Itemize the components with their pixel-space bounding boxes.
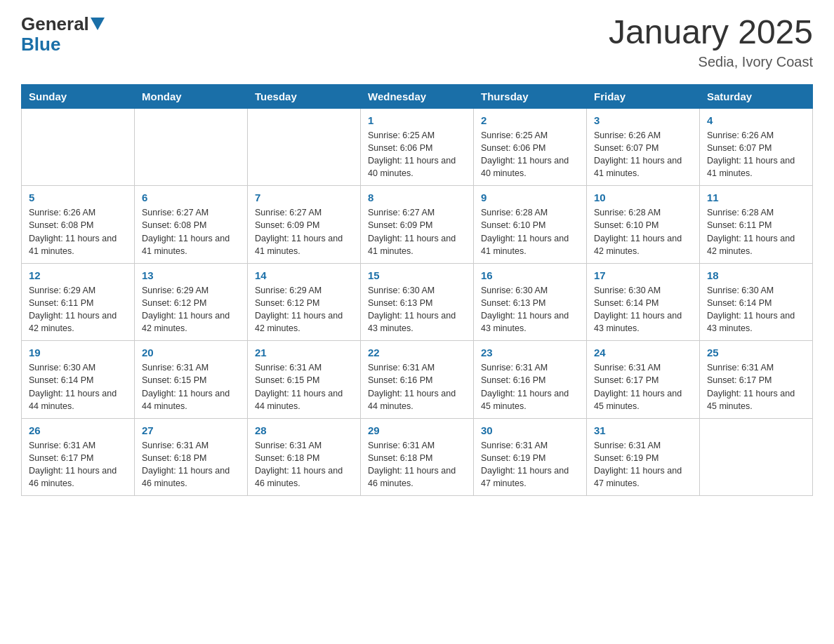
day-number: 10	[594, 192, 692, 203]
calendar-cell: 8Sunrise: 6:27 AMSunset: 6:09 PMDaylight…	[361, 186, 474, 264]
day-number: 12	[29, 269, 127, 281]
calendar-cell: 29Sunrise: 6:31 AMSunset: 6:18 PMDayligh…	[361, 418, 474, 496]
calendar-week-row: 5Sunrise: 6:26 AMSunset: 6:08 PMDaylight…	[22, 186, 813, 264]
day-info: Sunrise: 6:26 AMSunset: 6:08 PMDaylight:…	[29, 206, 127, 257]
day-info: Sunrise: 6:31 AMSunset: 6:18 PMDaylight:…	[255, 439, 353, 490]
logo: General Blue	[21, 14, 105, 54]
day-number: 6	[142, 192, 240, 203]
day-number: 23	[481, 347, 579, 358]
logo-general-text: General	[21, 14, 89, 34]
day-number: 15	[368, 269, 466, 281]
calendar-cell: 13Sunrise: 6:29 AMSunset: 6:12 PMDayligh…	[135, 263, 248, 341]
calendar-day-header: Saturday	[700, 84, 813, 108]
day-number: 27	[142, 424, 240, 436]
day-number: 13	[142, 269, 240, 281]
day-info: Sunrise: 6:25 AMSunset: 6:06 PMDaylight:…	[368, 129, 466, 180]
calendar-cell: 11Sunrise: 6:28 AMSunset: 6:11 PMDayligh…	[700, 186, 813, 264]
calendar-cell: 23Sunrise: 6:31 AMSunset: 6:16 PMDayligh…	[474, 341, 587, 419]
day-info: Sunrise: 6:26 AMSunset: 6:07 PMDaylight:…	[594, 129, 692, 180]
day-number: 19	[29, 347, 127, 358]
day-info: Sunrise: 6:31 AMSunset: 6:17 PMDaylight:…	[594, 361, 692, 412]
day-number: 5	[29, 192, 127, 203]
day-number: 26	[29, 424, 127, 436]
calendar-cell: 19Sunrise: 6:30 AMSunset: 6:14 PMDayligh…	[22, 341, 135, 419]
day-number: 21	[255, 347, 353, 358]
day-number: 7	[255, 192, 353, 203]
calendar-cell: 6Sunrise: 6:27 AMSunset: 6:08 PMDaylight…	[135, 186, 248, 264]
day-info: Sunrise: 6:31 AMSunset: 6:16 PMDaylight:…	[368, 361, 466, 412]
calendar-header: SundayMondayTuesdayWednesdayThursdayFrid…	[22, 84, 813, 108]
day-number: 22	[368, 347, 466, 358]
day-number: 16	[481, 269, 579, 281]
calendar-day-header: Monday	[135, 84, 248, 108]
day-info: Sunrise: 6:30 AMSunset: 6:14 PMDaylight:…	[29, 361, 127, 412]
day-number: 9	[481, 192, 579, 203]
calendar-cell: 24Sunrise: 6:31 AMSunset: 6:17 PMDayligh…	[587, 341, 700, 419]
calendar-cell: 18Sunrise: 6:30 AMSunset: 6:14 PMDayligh…	[700, 263, 813, 341]
calendar-cell: 5Sunrise: 6:26 AMSunset: 6:08 PMDaylight…	[22, 186, 135, 264]
calendar-cell: 7Sunrise: 6:27 AMSunset: 6:09 PMDaylight…	[248, 186, 361, 264]
day-info: Sunrise: 6:27 AMSunset: 6:09 PMDaylight:…	[368, 206, 466, 257]
day-info: Sunrise: 6:31 AMSunset: 6:18 PMDaylight:…	[368, 439, 466, 490]
day-info: Sunrise: 6:29 AMSunset: 6:11 PMDaylight:…	[29, 284, 127, 335]
calendar-cell: 21Sunrise: 6:31 AMSunset: 6:15 PMDayligh…	[248, 341, 361, 419]
day-info: Sunrise: 6:28 AMSunset: 6:11 PMDaylight:…	[707, 206, 805, 257]
calendar-cell: 30Sunrise: 6:31 AMSunset: 6:19 PMDayligh…	[474, 418, 587, 496]
calendar-cell: 9Sunrise: 6:28 AMSunset: 6:10 PMDaylight…	[474, 186, 587, 264]
title-block: January 2025 Sedia, Ivory Coast	[609, 14, 813, 70]
calendar-cell: 26Sunrise: 6:31 AMSunset: 6:17 PMDayligh…	[22, 418, 135, 496]
day-number: 24	[594, 347, 692, 358]
calendar-cell: 16Sunrise: 6:30 AMSunset: 6:13 PMDayligh…	[474, 263, 587, 341]
day-number: 3	[594, 114, 692, 126]
day-number: 29	[368, 424, 466, 436]
day-number: 30	[481, 424, 579, 436]
day-info: Sunrise: 6:30 AMSunset: 6:14 PMDaylight:…	[594, 284, 692, 335]
calendar-day-header: Wednesday	[361, 84, 474, 108]
page-header: General Blue January 2025 Sedia, Ivory C…	[21, 14, 813, 70]
location-subtitle: Sedia, Ivory Coast	[609, 54, 813, 70]
svg-marker-0	[91, 18, 105, 30]
calendar-cell: 20Sunrise: 6:31 AMSunset: 6:15 PMDayligh…	[135, 341, 248, 419]
day-info: Sunrise: 6:31 AMSunset: 6:17 PMDaylight:…	[707, 361, 805, 412]
day-info: Sunrise: 6:31 AMSunset: 6:15 PMDaylight:…	[255, 361, 353, 412]
day-info: Sunrise: 6:28 AMSunset: 6:10 PMDaylight:…	[594, 206, 692, 257]
calendar-day-header: Tuesday	[248, 84, 361, 108]
day-info: Sunrise: 6:28 AMSunset: 6:10 PMDaylight:…	[481, 206, 579, 257]
logo-triangle-icon	[91, 18, 105, 32]
day-info: Sunrise: 6:29 AMSunset: 6:12 PMDaylight:…	[142, 284, 240, 335]
day-number: 20	[142, 347, 240, 358]
calendar-day-header: Friday	[587, 84, 700, 108]
day-number: 1	[368, 114, 466, 126]
calendar-cell: 12Sunrise: 6:29 AMSunset: 6:11 PMDayligh…	[22, 263, 135, 341]
day-info: Sunrise: 6:31 AMSunset: 6:17 PMDaylight:…	[29, 439, 127, 490]
calendar-cell: 2Sunrise: 6:25 AMSunset: 6:06 PMDaylight…	[474, 108, 587, 186]
calendar-cell: 15Sunrise: 6:30 AMSunset: 6:13 PMDayligh…	[361, 263, 474, 341]
day-info: Sunrise: 6:25 AMSunset: 6:06 PMDaylight:…	[481, 129, 579, 180]
day-info: Sunrise: 6:29 AMSunset: 6:12 PMDaylight:…	[255, 284, 353, 335]
calendar-cell	[700, 418, 813, 496]
calendar-week-row: 26Sunrise: 6:31 AMSunset: 6:17 PMDayligh…	[22, 418, 813, 496]
calendar-cell: 31Sunrise: 6:31 AMSunset: 6:19 PMDayligh…	[587, 418, 700, 496]
day-info: Sunrise: 6:31 AMSunset: 6:16 PMDaylight:…	[481, 361, 579, 412]
calendar-cell: 27Sunrise: 6:31 AMSunset: 6:18 PMDayligh…	[135, 418, 248, 496]
calendar-week-row: 19Sunrise: 6:30 AMSunset: 6:14 PMDayligh…	[22, 341, 813, 419]
day-info: Sunrise: 6:30 AMSunset: 6:13 PMDaylight:…	[481, 284, 579, 335]
day-number: 14	[255, 269, 353, 281]
day-number: 18	[707, 269, 805, 281]
day-number: 2	[481, 114, 579, 126]
day-number: 8	[368, 192, 466, 203]
calendar-table: SundayMondayTuesdayWednesdayThursdayFrid…	[21, 84, 813, 497]
month-title: January 2025	[609, 14, 813, 51]
day-info: Sunrise: 6:31 AMSunset: 6:19 PMDaylight:…	[481, 439, 579, 490]
logo-blue-text: Blue	[21, 34, 60, 55]
day-number: 11	[707, 192, 805, 203]
calendar-cell	[22, 108, 135, 186]
day-info: Sunrise: 6:31 AMSunset: 6:19 PMDaylight:…	[594, 439, 692, 490]
calendar-cell: 4Sunrise: 6:26 AMSunset: 6:07 PMDaylight…	[700, 108, 813, 186]
calendar-cell: 17Sunrise: 6:30 AMSunset: 6:14 PMDayligh…	[587, 263, 700, 341]
calendar-cell: 1Sunrise: 6:25 AMSunset: 6:06 PMDaylight…	[361, 108, 474, 186]
calendar-cell: 25Sunrise: 6:31 AMSunset: 6:17 PMDayligh…	[700, 341, 813, 419]
calendar-cell: 28Sunrise: 6:31 AMSunset: 6:18 PMDayligh…	[248, 418, 361, 496]
day-info: Sunrise: 6:27 AMSunset: 6:08 PMDaylight:…	[142, 206, 240, 257]
day-info: Sunrise: 6:30 AMSunset: 6:14 PMDaylight:…	[707, 284, 805, 335]
